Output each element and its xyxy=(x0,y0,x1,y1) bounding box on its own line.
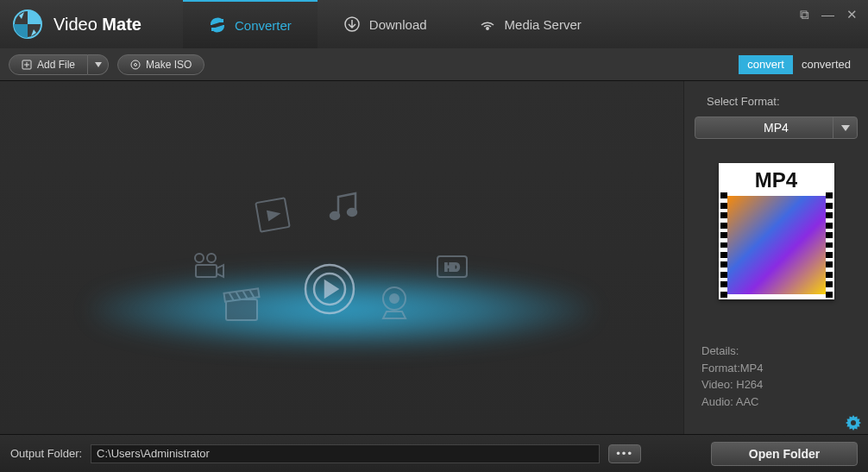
select-format-label: Select Format: xyxy=(707,95,858,108)
add-file-button[interactable]: Add File xyxy=(9,54,88,75)
output-folder-input[interactable] xyxy=(91,444,600,463)
details-video: Video: H264 xyxy=(701,376,858,393)
tab-converter[interactable]: Converter xyxy=(183,0,318,48)
details-heading: Details: xyxy=(701,343,858,360)
output-folder-label: Output Folder: xyxy=(10,447,82,460)
workspace[interactable]: HD xyxy=(0,81,683,434)
preview-thumbnail xyxy=(724,196,829,294)
close-icon[interactable]: ✕ xyxy=(846,7,858,22)
toolbar: Add File Make ISO convert converted xyxy=(0,48,868,81)
music-icon xyxy=(324,188,364,228)
open-folder-button[interactable]: Open Folder xyxy=(711,442,858,466)
make-iso-button[interactable]: Make ISO xyxy=(117,54,204,75)
sidebar: Select Format: MP4 MP4 Details: Format:M… xyxy=(683,81,868,434)
svg-rect-11 xyxy=(196,265,217,277)
title-bar: Video Mate Converter Download Media Serv… xyxy=(0,0,868,48)
hd-icon: HD xyxy=(437,255,468,278)
download-icon xyxy=(343,16,361,33)
format-value: MP4 xyxy=(764,121,789,135)
svg-point-8 xyxy=(348,209,356,216)
main-area: HD Select Format: MP4 MP4 Details: Forma… xyxy=(0,81,868,434)
tab-media-server[interactable]: Media Server xyxy=(453,0,607,48)
app-title: Video Mate xyxy=(53,15,142,35)
svg-point-4 xyxy=(131,60,140,69)
svg-point-9 xyxy=(195,254,204,262)
add-file-dropdown[interactable] xyxy=(88,54,109,75)
main-tabs: Converter Download Media Server xyxy=(183,0,607,48)
tab-download[interactable]: Download xyxy=(318,0,453,48)
popup-icon[interactable]: ⧉ xyxy=(800,7,809,22)
gear-icon[interactable] xyxy=(846,415,861,431)
tab-label: Download xyxy=(369,17,427,32)
svg-point-5 xyxy=(135,63,137,66)
film-icon xyxy=(251,193,294,236)
tab-label: Media Server xyxy=(505,17,582,32)
subtab-convert[interactable]: convert xyxy=(739,55,793,74)
tab-label: Converter xyxy=(235,18,292,33)
window-controls: ⧉ — ✕ xyxy=(800,7,858,22)
preview-title: MP4 xyxy=(755,168,797,192)
svg-point-10 xyxy=(207,254,216,262)
refresh-icon xyxy=(209,16,226,34)
button-label: Add File xyxy=(37,59,75,71)
app-logo: Video Mate xyxy=(10,7,183,41)
svg-point-7 xyxy=(330,212,339,219)
format-details: Details: Format:MP4 Video: H264 Audio: A… xyxy=(701,343,858,410)
add-file-icon xyxy=(22,60,32,70)
subtab-converted[interactable]: converted xyxy=(793,55,859,74)
camcorder-icon xyxy=(191,249,225,284)
browse-button[interactable]: ••• xyxy=(608,444,641,463)
clapper-icon xyxy=(221,284,262,325)
button-label: Make ISO xyxy=(146,59,192,71)
footer: Output Folder: ••• Open Folder xyxy=(0,434,868,472)
sub-tabs: convert converted xyxy=(739,55,859,74)
minimize-icon[interactable]: — xyxy=(821,7,834,22)
details-format: Format:MP4 xyxy=(701,360,858,377)
disc-icon xyxy=(130,60,141,70)
svg-point-2 xyxy=(486,28,487,29)
add-file-split: Add File xyxy=(9,54,109,75)
wifi-icon xyxy=(479,16,496,33)
empty-state-icons: HD xyxy=(186,193,497,340)
details-audio: Audio: AAC xyxy=(701,393,858,411)
webcam-icon xyxy=(376,284,412,320)
svg-rect-12 xyxy=(226,299,257,320)
play-circle-icon xyxy=(303,262,356,316)
format-preview: MP4 xyxy=(719,163,834,299)
svg-text:HD: HD xyxy=(444,261,460,274)
format-dropdown[interactable]: MP4 xyxy=(695,116,858,139)
svg-point-17 xyxy=(390,294,399,303)
chevron-down-icon xyxy=(833,117,857,138)
logo-icon xyxy=(10,7,45,41)
